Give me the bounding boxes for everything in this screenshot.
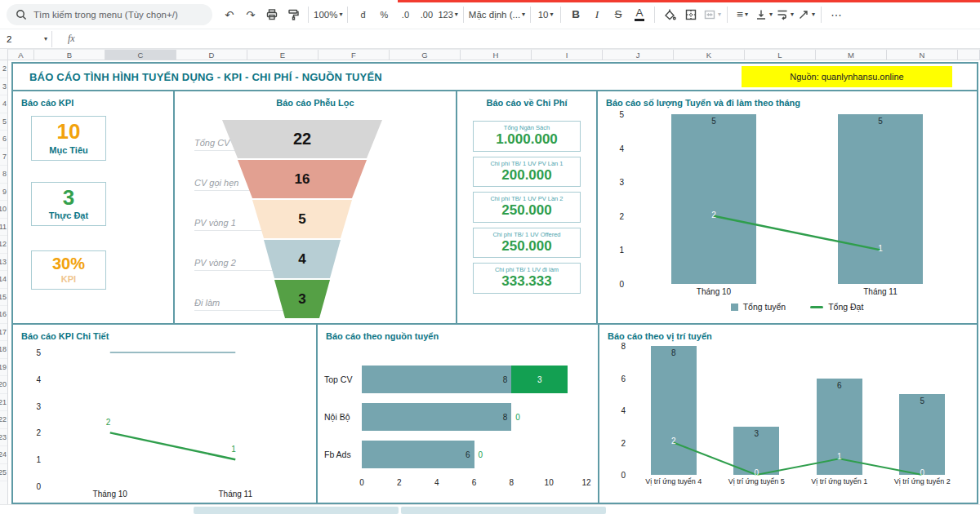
sheet-canvas[interactable]: BÁO CÁO TÌNH HÌNH TUYỂN DỤNG - KPI - CHI… (8, 60, 980, 504)
row-header-15[interactable]: 15 (0, 289, 7, 307)
font-size-select[interactable]: 10 ▾ (536, 5, 555, 24)
column-header-J[interactable]: J (603, 50, 674, 60)
column-header-N[interactable]: N (887, 50, 958, 60)
chevron-down-icon: ▾ (812, 11, 815, 18)
row-header-11[interactable]: 11 (0, 219, 7, 237)
row-header-21[interactable]: 21 (0, 394, 7, 412)
sheet-tab[interactable] (401, 507, 606, 514)
row-header-3[interactable]: 3 (0, 78, 7, 96)
select-all-corner[interactable] (0, 49, 8, 60)
text-rotation-button[interactable]: ▾ (796, 5, 816, 24)
column-header-M[interactable]: M (816, 50, 887, 60)
strikethrough-button[interactable]: S (608, 5, 628, 24)
column-header-B[interactable]: B (34, 50, 105, 60)
y-tick-label: 0 (619, 280, 624, 289)
column-headers: ABCDEFGHIJKLMN (8, 49, 980, 60)
funnel-chart[interactable]: Tổng CV22CV gọi hẹn16PV vòng 15PV vòng 2… (175, 119, 456, 318)
undo-button[interactable]: ↶ (220, 5, 239, 24)
column-header-A[interactable]: A (8, 50, 34, 60)
column-header-partial[interactable] (958, 50, 980, 60)
print-button[interactable] (262, 5, 282, 24)
y-tick-label: 4 (36, 374, 41, 383)
line-point-label: 1 (878, 245, 883, 254)
vertical-align-button[interactable]: ▾ (754, 5, 773, 24)
column-header-H[interactable]: H (461, 50, 532, 60)
name-box[interactable]: 2 ▾ (0, 34, 47, 44)
borders-button[interactable] (681, 5, 701, 24)
percent-format-button[interactable]: % (374, 5, 394, 24)
panel-title: Báo cáo theo vị trí tuyển (599, 325, 977, 341)
fill-color-button[interactable] (660, 5, 679, 24)
panel-title: Báo cáo Phễu Lọc (175, 91, 456, 108)
row-header-9[interactable]: 9 (0, 184, 7, 202)
font-select[interactable]: Mặc định (... ▾ (469, 5, 525, 24)
x-tick-label: 12 (581, 478, 590, 487)
bar-segment: 6 (362, 441, 474, 468)
row-header-4[interactable]: 4 (0, 95, 7, 113)
panel-title: Báo cáo về Chi Phí (457, 91, 596, 108)
row-header-25[interactable]: 25 (0, 464, 7, 482)
row-header-2[interactable]: 2 (0, 60, 7, 78)
column-header-I[interactable]: I (532, 50, 603, 60)
sheet-tab[interactable] (194, 507, 399, 514)
row-header-12[interactable]: 12 (0, 236, 7, 254)
column-header-F[interactable]: F (318, 50, 390, 60)
paint-format-button[interactable] (283, 5, 303, 24)
legend: Tổng tuyểnTổng Đạt (630, 297, 964, 317)
row-header-22[interactable]: 22 (0, 411, 7, 429)
horizontal-align-icon: ≡ (737, 8, 743, 20)
monthly-bar-line-chart[interactable]: 543210 5521 Tháng 10Tháng 11 Tổng tuyểnT… (608, 114, 964, 317)
panel-title: Báo cáo theo nguồn tuyển (318, 325, 598, 341)
row-header-23[interactable]: 23 (0, 429, 7, 447)
x-category-label: Vị trí ứng tuyển 5 (715, 477, 799, 499)
bar-row: Fb Ads60 (324, 441, 586, 468)
y-tick-label: 2 (36, 428, 41, 437)
text-color-button[interactable]: A (630, 5, 649, 24)
currency-format-button[interactable]: đ (353, 5, 372, 24)
funnel-stage: Đi làm3 (175, 279, 456, 319)
row-header-17[interactable]: 17 (0, 324, 7, 342)
row-header-13[interactable]: 13 (0, 254, 7, 272)
fill-color-icon (663, 8, 676, 21)
name-box-value: 2 (7, 34, 11, 44)
row-header-18[interactable]: 18 (0, 341, 7, 359)
menu-search[interactable]: Tìm kiếm trong menu (Tùy chọn+/) (7, 4, 212, 25)
row-header-14[interactable]: 14 (0, 271, 7, 289)
row-header-5[interactable]: 5 (0, 113, 7, 131)
decrease-decimals-button[interactable]: .0 (395, 5, 415, 24)
row-header-20[interactable]: 20 (0, 376, 7, 394)
more-toolbar-button[interactable]: ⋯ (826, 5, 846, 24)
italic-button[interactable]: I (587, 5, 607, 24)
row-header-8[interactable]: 8 (0, 166, 7, 184)
column-header-E[interactable]: E (247, 50, 318, 60)
increase-decimals-button[interactable]: .00 (416, 5, 436, 24)
row-header-24[interactable]: 24 (0, 446, 7, 464)
column-header-G[interactable]: G (390, 50, 461, 60)
row-header-19[interactable]: 19 (0, 359, 7, 377)
bold-icon: B (572, 8, 580, 20)
horizontal-align-button[interactable]: ≡ ▾ (733, 5, 752, 24)
column-header-C[interactable]: C (105, 50, 176, 60)
chevron-down-icon: ▾ (745, 11, 748, 18)
redo-button[interactable]: ↷ (241, 5, 261, 24)
source-stacked-bar-chart[interactable]: Top CV83Nội Bộ80Fb Ads60024681012 (324, 366, 586, 501)
kpi-detail-line-chart[interactable]: 543210 21 Tháng 10Tháng 11 (24, 352, 298, 499)
number-format-button[interactable]: 123 ▾ (438, 5, 457, 24)
row-header-6[interactable]: 6 (0, 131, 7, 148)
row-header-10[interactable]: 10 (0, 201, 7, 219)
row-header-7[interactable]: 7 (0, 148, 7, 166)
zoom-select[interactable]: 100% ▾ (314, 5, 342, 24)
bold-button[interactable]: B (566, 5, 586, 24)
column-header-K[interactable]: K (674, 50, 745, 60)
bar-row: Top CV83 (324, 366, 586, 393)
column-header-D[interactable]: D (176, 50, 247, 60)
position-bar-line-chart[interactable]: 86420 83652010 Vị trí ứng tuyển 4Vị trí … (609, 346, 964, 499)
cost-value: 250.000 (474, 202, 580, 219)
column-header-L[interactable]: L (745, 50, 816, 60)
merge-cells-button[interactable]: ▾ (702, 5, 722, 24)
row-header-16[interactable]: 16 (0, 306, 7, 324)
toolbar-separator (821, 7, 822, 23)
funnel-stage: CV gọi hẹn16 (175, 159, 456, 199)
line-series (47, 352, 298, 486)
text-wrap-button[interactable]: ▾ (775, 5, 795, 24)
